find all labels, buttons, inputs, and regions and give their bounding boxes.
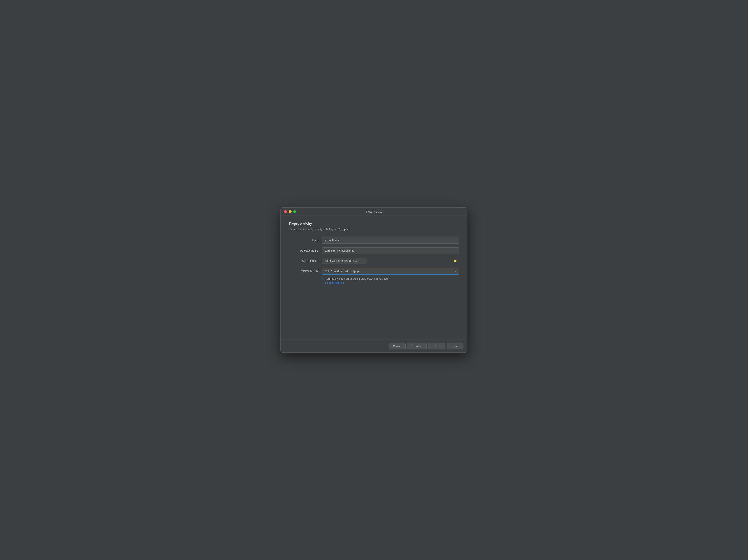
cancel-button[interactable]: Cancel: [389, 343, 405, 349]
previous-button[interactable]: Previous: [407, 343, 426, 349]
info-text-prefix: Your app will run on approximately: [325, 277, 367, 280]
titlebar: New Project: [281, 208, 467, 216]
sdk-select-wrapper: API 21: Android 5.0 (Lollipop) API 22: A…: [322, 268, 459, 275]
minimum-sdk-select[interactable]: API 21: Android 5.0 (Lollipop) API 22: A…: [322, 268, 459, 275]
info-icon: ℹ: [322, 277, 324, 281]
minimum-sdk-row: Minimum SDK API 21: Android 5.0 (Lollipo…: [289, 268, 459, 284]
sdk-content: API 21: Android 5.0 (Lollipop) API 22: A…: [322, 268, 459, 284]
main-content: Empty Activity Create a new empty activi…: [281, 216, 467, 340]
name-input[interactable]: [322, 237, 459, 244]
footer: Cancel Previous Next Finish: [281, 340, 467, 352]
save-location-input[interactable]: [322, 258, 367, 264]
name-label: Name: [289, 239, 322, 242]
window-title: New Project: [366, 210, 382, 213]
name-row: Name: [289, 237, 459, 244]
content-spacer: [289, 287, 459, 333]
new-project-window: New Project Empty Activity Create a new …: [281, 207, 467, 353]
section-subtitle: Create a new empty activity with Jetpack…: [289, 228, 459, 231]
save-location-row: Save location 📁: [289, 258, 459, 264]
save-location-wrapper: 📁: [322, 258, 459, 264]
finish-button[interactable]: Finish: [446, 343, 463, 349]
folder-icon: 📁: [453, 259, 457, 263]
sdk-info-row: ℹ Your app will run on approximately 99.…: [322, 277, 459, 284]
info-text-suffix: of devices.: [375, 277, 389, 280]
save-location-label: Save location: [289, 259, 322, 262]
minimize-button[interactable]: [288, 210, 291, 213]
sdk-info-text: Your app will run on approximately 99.3%…: [325, 277, 389, 284]
minimum-sdk-label: Minimum SDK: [289, 268, 322, 272]
section-title: Empty Activity: [289, 222, 459, 226]
folder-browse-button[interactable]: 📁: [453, 259, 457, 263]
info-percent: 99.3%: [367, 277, 375, 280]
next-button[interactable]: Next: [428, 343, 445, 349]
package-name-input[interactable]: [322, 247, 459, 254]
close-button[interactable]: [284, 210, 287, 213]
package-name-label: Package name: [289, 249, 322, 252]
traffic-lights: [284, 210, 296, 213]
package-name-row: Package name: [289, 247, 459, 254]
maximize-button[interactable]: [293, 210, 296, 213]
form-area: Name Package name Save location 📁: [289, 237, 459, 287]
help-me-choose-link[interactable]: Help me choose: [325, 281, 389, 284]
